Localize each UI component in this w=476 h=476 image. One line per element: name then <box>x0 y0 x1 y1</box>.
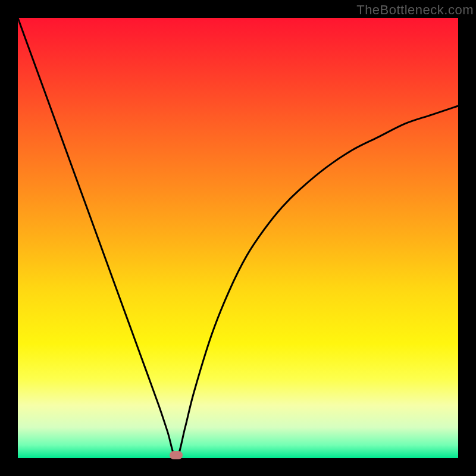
plot-area <box>18 18 458 458</box>
bottleneck-curve <box>18 18 458 458</box>
watermark-text: TheBottleneck.com <box>356 2 474 18</box>
optimal-marker <box>170 451 183 459</box>
chart-frame: TheBottleneck.com <box>0 0 476 476</box>
